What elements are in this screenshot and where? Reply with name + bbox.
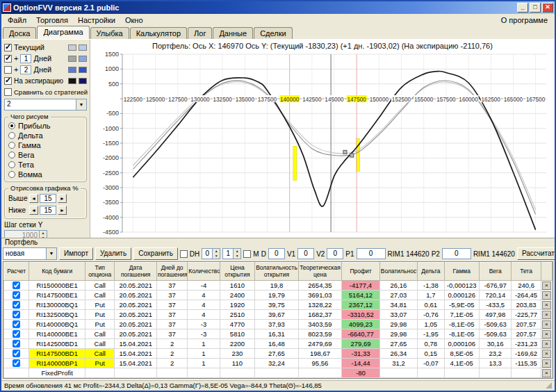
column-header[interactable]: Вега: [479, 263, 511, 281]
maximize-button[interactable]: □: [530, 3, 541, 13]
v2-field[interactable]: 0: [327, 248, 343, 259]
current-series-checkbox[interactable]: [4, 44, 12, 51]
plus2-color-swatch-2[interactable]: [79, 67, 87, 73]
row-delete-button[interactable]: ×: [542, 369, 551, 377]
column-header[interactable]: Теоретическая цена: [298, 263, 342, 281]
above-value[interactable]: 15: [40, 194, 56, 203]
row-calc-checkbox[interactable]: [13, 281, 20, 289]
tab-log[interactable]: Лог: [188, 27, 212, 39]
row-calc-checkbox[interactable]: [13, 340, 20, 348]
strategy-select[interactable]: 2 ▼: [4, 99, 87, 111]
v1-field[interactable]: 0: [297, 248, 314, 259]
column-header[interactable]: Дней до погашения: [156, 263, 187, 281]
menu-window[interactable]: Окно: [120, 15, 148, 25]
m-checkbox[interactable]: [243, 250, 251, 258]
row-calc-checkbox[interactable]: [13, 359, 20, 367]
column-header[interactable]: Волатильность открытия: [255, 263, 299, 281]
column-header[interactable]: Расчет: [4, 263, 29, 281]
row-delete-button[interactable]: ×: [542, 291, 551, 300]
menu-trading[interactable]: Торговля: [31, 15, 73, 25]
tab-board[interactable]: Доска: [3, 27, 36, 39]
row-calc-checkbox[interactable]: [13, 350, 20, 357]
current-color-swatch-1[interactable]: [68, 44, 76, 51]
column-header[interactable]: Волатильность: [379, 263, 417, 281]
above-decrement-icon[interactable]: ◄: [29, 194, 38, 203]
row-delete-button[interactable]: ×: [542, 320, 551, 329]
current-color-swatch-2[interactable]: [79, 44, 87, 51]
radio-theta[interactable]: [8, 161, 15, 168]
save-button[interactable]: Сохранить: [133, 247, 178, 260]
plus1-color-swatch-1[interactable]: [68, 56, 76, 62]
d-field[interactable]: 0: [268, 248, 285, 259]
delete-button[interactable]: Удалить: [95, 247, 131, 260]
tab-deals[interactable]: Сделки: [254, 27, 293, 39]
dh-spinner-1[interactable]: 0▲▼: [202, 248, 220, 259]
plus2-series-checkbox[interactable]: [4, 66, 12, 74]
column-header[interactable]: Тета: [512, 263, 541, 281]
row-delete-button[interactable]: ×: [542, 340, 551, 348]
calc-margin-button[interactable]: Рассчитать ГО: [517, 247, 556, 260]
column-header[interactable]: Профит: [342, 263, 379, 281]
plus2-days-input[interactable]: [20, 65, 31, 74]
resize-grip-icon[interactable]: [546, 382, 552, 389]
chevron-down-icon[interactable]: ▼: [76, 99, 86, 110]
column-header[interactable]: [541, 263, 552, 281]
row-delete-button[interactable]: ×: [542, 330, 551, 338]
row-calc-checkbox[interactable]: [13, 291, 20, 299]
expiration-color-swatch-2[interactable]: [79, 78, 87, 84]
column-header[interactable]: Цена открытия: [220, 263, 254, 281]
row-delete-button[interactable]: ×: [542, 359, 551, 368]
plus1-series-checkbox[interactable]: [4, 55, 12, 63]
dh-checkbox[interactable]: [180, 250, 188, 258]
plus2-color-swatch-1[interactable]: [68, 67, 76, 73]
grid-step-stepper[interactable]: 1000 ▲▼: [4, 230, 47, 238]
column-header[interactable]: Гамма: [444, 263, 479, 281]
plus1-days-input[interactable]: [20, 54, 31, 63]
radio-vomma[interactable]: [8, 171, 15, 178]
radio-gamma[interactable]: [8, 142, 15, 149]
row-calc-checkbox[interactable]: [13, 330, 20, 338]
column-header[interactable]: Дельта: [418, 263, 444, 281]
column-header[interactable]: Код бумаги: [29, 263, 85, 281]
row-calc-checkbox[interactable]: [13, 311, 20, 318]
radio-vega[interactable]: [8, 152, 15, 158]
radio-profit[interactable]: [8, 122, 15, 129]
below-decrement-icon[interactable]: ◄: [29, 206, 38, 215]
row-calc-checkbox[interactable]: [13, 320, 20, 328]
menu-settings[interactable]: Настройки: [73, 15, 120, 25]
menu-about[interactable]: О программе: [496, 15, 553, 25]
spinner-arrows-icon[interactable]: ▲▼: [212, 249, 220, 259]
row-delete-button[interactable]: ×: [542, 281, 551, 290]
dh-spinner-2[interactable]: 1▲▼: [222, 248, 241, 259]
plus1-color-swatch-2[interactable]: [79, 56, 87, 62]
column-header[interactable]: Тип опциона: [85, 263, 115, 281]
above-increment-icon[interactable]: ►: [58, 194, 67, 203]
expiration-color-swatch-1[interactable]: [68, 78, 76, 84]
tab-calculator[interactable]: Калькулятор: [130, 27, 187, 39]
row-delete-button[interactable]: ×: [542, 301, 551, 309]
close-button[interactable]: ✕: [542, 3, 553, 13]
menu-file[interactable]: Файл: [3, 15, 31, 25]
tab-diagram[interactable]: Диаграмма: [37, 26, 89, 39]
column-header[interactable]: Количество: [188, 263, 220, 281]
expiration-series-checkbox[interactable]: [4, 77, 12, 85]
tab-smile[interactable]: Улыбка: [90, 27, 129, 39]
radio-delta[interactable]: [8, 132, 15, 139]
row-delete-button[interactable]: ×: [542, 350, 551, 358]
profit-chart[interactable]: 15001000500-500-1000-1500-2000-2500-3000…: [90, 51, 555, 238]
compare-strategy-checkbox[interactable]: [4, 88, 12, 96]
below-value[interactable]: 15: [40, 206, 56, 215]
tab-data[interactable]: Данные: [213, 27, 253, 39]
row-delete-button[interactable]: ×: [542, 311, 551, 319]
spinner-arrows-icon[interactable]: ▲▼: [233, 249, 240, 259]
chevron-down-icon[interactable]: ▼: [46, 248, 56, 259]
minimize-button[interactable]: _: [517, 3, 528, 13]
spinner-arrows-icon[interactable]: ▲▼: [39, 231, 47, 238]
row-calc-checkbox[interactable]: [13, 301, 20, 309]
column-header[interactable]: Дата погашения: [115, 263, 157, 281]
import-button[interactable]: Импорт: [59, 247, 93, 260]
below-increment-icon[interactable]: ►: [58, 206, 67, 215]
p1-field[interactable]: 0: [357, 248, 386, 259]
p2-field[interactable]: 0: [442, 248, 471, 259]
portfolio-name-select[interactable]: новая ▼: [3, 247, 57, 260]
